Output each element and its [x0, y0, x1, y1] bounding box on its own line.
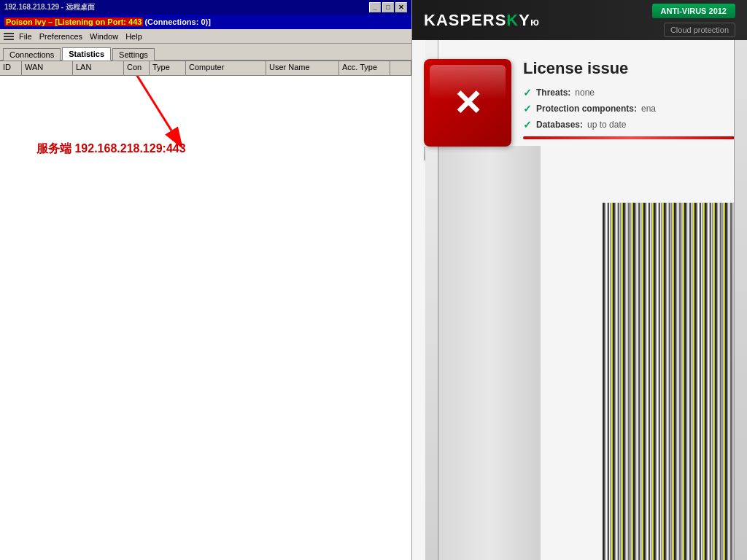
license-item-protection: ✓ Protection components: ena: [523, 103, 735, 114]
tabs-bar: Connections Statistics Settings: [0, 44, 411, 61]
menu-bar: File Preferences Window Help: [0, 29, 411, 44]
col-type: Type: [150, 61, 186, 75]
right-scrollbar[interactable]: [734, 40, 747, 560]
cloud-protection-button[interactable]: Cloud protection: [664, 23, 735, 37]
left-panel: 192.168.218.129 - 远程桌面 _ □ ✕ Poison Ivy …: [0, 0, 412, 560]
close-button[interactable]: ✕: [395, 2, 407, 12]
right-panel: KASPERSKYю ANTI-VIRUS 2012 Cloud protect…: [412, 0, 747, 560]
kaspersky-logo-text: KASPERSKYю: [424, 11, 540, 30]
menu-help[interactable]: Help: [123, 31, 145, 42]
kaspersky-logo: KASPERSKYю: [424, 11, 540, 30]
license-icon-shine: [430, 65, 506, 100]
connections-text: (Connections: 0)]: [144, 18, 210, 26]
license-item-threats: ✓ Threats: none: [523, 87, 735, 98]
svg-rect-2: [4, 39, 14, 40]
kaspersky-logo-tm: ю: [530, 16, 540, 28]
kas-gray-bar: [438, 146, 541, 560]
col-lan: LAN: [73, 61, 124, 75]
menu-window[interactable]: Window: [87, 31, 121, 42]
table-header: ID WAN LAN Con Type Computer User Name A…: [0, 61, 411, 76]
tab-statistics[interactable]: Statistics: [62, 47, 111, 61]
kaspersky-header-right: ANTI-VIRUS 2012 Cloud protection: [652, 4, 735, 37]
poison-ivy-titlebar: Poison Ivy – [Listening on Port: 443 (Co…: [0, 15, 411, 29]
artifact-area: [603, 203, 734, 560]
checkmark-threats: ✓: [523, 87, 532, 98]
databases-value: up to date: [587, 120, 626, 130]
kaspersky-header: KASPERSKYю ANTI-VIRUS 2012 Cloud protect…: [412, 0, 747, 40]
checkmark-databases: ✓: [523, 119, 532, 131]
table-body: 服务端 192.168.218.129:443: [0, 76, 411, 560]
menu-file[interactable]: File: [16, 31, 35, 42]
annotation-overlay: 服务端 192.168.218.129:443: [0, 76, 411, 560]
protection-label: Protection components:: [536, 104, 637, 114]
av-badge: ANTI-VIRUS 2012: [652, 4, 735, 18]
svg-rect-1: [4, 36, 14, 37]
title-bar-buttons: _ □ ✕: [369, 2, 407, 12]
threats-value: none: [575, 88, 595, 98]
menu-icon: [3, 31, 15, 42]
col-con: Con: [124, 61, 150, 75]
svg-line-4: [135, 76, 171, 131]
checkmark-protection: ✓: [523, 103, 532, 114]
license-section: License issue ✓ Threats: none ✓ Protecti…: [424, 59, 735, 161]
threats-label: Threats:: [536, 88, 570, 98]
svg-rect-0: [4, 33, 14, 34]
annotation-text: 服务端 192.168.218.129:443: [36, 141, 186, 157]
poison-ivy-highlight: Poison Ivy – [Listening on Port: 443: [4, 18, 143, 26]
maximize-button[interactable]: □: [382, 2, 394, 12]
license-info: License issue ✓ Threats: none ✓ Protecti…: [523, 59, 735, 139]
title-bar-text: 192.168.218.129 - 远程桌面: [4, 2, 99, 12]
col-wan: WAN: [22, 61, 73, 75]
protection-value: ena: [641, 104, 656, 114]
license-title: License issue: [523, 59, 735, 78]
kaspersky-logo-accent: K: [506, 11, 519, 29]
col-acctype: Acc. Type: [339, 61, 390, 75]
arrow-svg: [113, 76, 201, 152]
col-id: ID: [0, 61, 22, 75]
menu-preferences[interactable]: Preferences: [36, 31, 85, 42]
title-prefix: 192.168.218.129 - 远程桌面: [4, 2, 95, 12]
col-username: User Name: [266, 61, 339, 75]
license-icon: [424, 59, 511, 147]
tab-settings[interactable]: Settings: [112, 48, 155, 61]
minimize-button[interactable]: _: [369, 2, 381, 12]
red-line-indicator: [523, 136, 735, 139]
artifact-stripes: [603, 203, 734, 560]
col-rest: [390, 61, 411, 75]
title-bar: 192.168.218.129 - 远程桌面 _ □ ✕: [0, 0, 411, 15]
license-item-databases: ✓ Databases: up to date: [523, 119, 735, 131]
license-icon-wrapper: [424, 59, 511, 161]
tab-connections[interactable]: Connections: [3, 48, 61, 61]
databases-label: Databases:: [536, 120, 583, 130]
col-computer: Computer: [186, 61, 266, 75]
